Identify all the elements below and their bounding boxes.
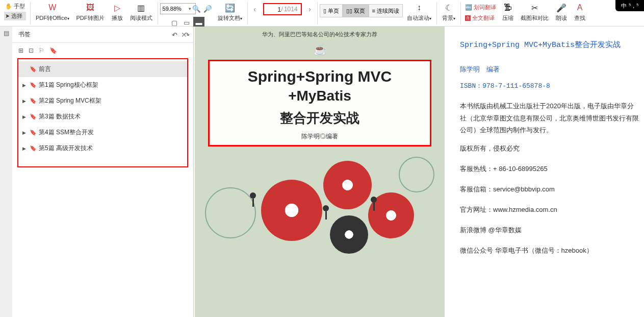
sidebar-title: 书签 [18,30,31,39]
read-mode-button[interactable]: ▥ 阅读模式 [127,1,156,23]
email-text: 客服信箱：service@bbbvip.com [460,182,640,197]
translate-all-icon: 🅰 [465,15,471,21]
page-navigator: ‹ / 1014 › [250,3,315,15]
bookmark-leaf-icon: 🔖 [30,66,37,72]
book-description: 本书纸版由机械工业出版社于2020年出版，电子版由华章分社（北京华章图文信息有限… [460,100,640,136]
rotate-icon: 🔄 [224,2,236,13]
chevron-right-icon[interactable]: ▶ [22,99,28,104]
bookmark-item[interactable]: ▶ 🔖 第4篇 SSM整合开发 [18,125,187,140]
dropdown-icon: ▾ [429,16,431,21]
divider [317,2,318,25]
chevron-right-icon[interactable]: ▶ [22,114,28,119]
divider [460,2,461,25]
wechat-text: 微信公众号 华章电子书（微信号：hzebook） [460,243,640,258]
chevron-right-icon[interactable]: ▶ [22,83,28,88]
copyright-text: 版权所有，侵权必究 [460,141,640,156]
bookmark-leaf-icon: 🔖 [30,97,37,104]
side-icon-bar: ▤ [0,27,12,317]
continuous-button[interactable]: ≡连续阅读 [369,4,403,17]
add-bookmark-icon[interactable]: ⊞ [18,47,23,54]
bookmark-leaf-icon: 🔖 [30,145,37,152]
auto-scroll-button[interactable]: ↕ 自动滚动▾ [404,1,434,23]
moon-icon: ☾ [443,2,454,13]
translate-icon: 🔤 [465,4,472,11]
bookmark-icon[interactable]: 🔖 [49,47,57,54]
cover-banner: 华为、阿里巴巴等知名公司的4位技术专家力荐 [195,27,445,40]
zoom-out-icon: 🔍 [192,5,201,13]
bookmark-item[interactable]: ▶ 🔖 第3篇 数据技术 [18,109,187,125]
ime-badge: 中 ⁵，⁵ [615,0,644,11]
single-page-icon: ▯ [323,8,326,14]
continuous-icon: ≡ [372,8,375,14]
bookmark-leaf-icon: 🔖 [30,82,37,88]
page-separator: / [281,6,283,13]
cover-title-line1: Spring+Spring MVC [214,67,426,86]
sidebar-close-button[interactable]: ✕ [181,31,187,39]
cover-author: 陈学明◎编著 [214,132,426,141]
top-toolbar: ✋手型 ➤选择 W PDF转Office▾ 🖼 PDF转图片 ▷ 播放 ▥ 阅读… [0,0,644,27]
background-button[interactable]: ☾ 背景▾ [439,1,458,23]
hand-icon: ✋ [5,3,12,10]
bookmark-item[interactable]: ▶ 🔖 第1篇 Spring核心框架 [18,77,187,93]
full-translate-button[interactable]: 🅰全文翻译 [463,13,498,23]
read-aloud-button[interactable]: 🎤 朗读 [553,1,570,23]
main-area: ▤ 书签 ✕ ⊞ ⊡ ⚐ 🔖 🔖 前言 ▶ 🔖 [0,27,644,317]
weibo-text: 新浪微博 @华章数媒 [460,223,640,238]
cover-title-box: Spring+Spring MVC +MyBatis 整合开发实战 陈学明◎编著 [208,60,431,147]
bookmark-item[interactable]: ▶ 🔖 第5篇 高级开发技术 [18,140,187,156]
chevron-right-icon[interactable]: ▶ [22,146,28,151]
prev-page-button[interactable]: ‹ [250,4,260,14]
hotline-text: 客服热线：+ 86-10-68995265 [460,161,640,177]
divider [30,2,31,25]
book-info-panel: Spring+Spring MVC+MyBatis整合开发实战 陈学明 编著 I… [445,27,644,317]
cover-title-line2: +MyBatis [214,88,426,104]
next-page-button[interactable]: › [305,4,315,14]
content-area: 华为、阿里巴巴等知名公司的4位技术专家力荐 ☕ Spring+Spring MV… [194,27,644,317]
page-view[interactable]: 华为、阿里巴巴等知名公司的4位技术专家力荐 ☕ Spring+Spring MV… [195,27,445,317]
single-page-button[interactable]: ▯单页 [320,4,343,17]
crop-icon: ✂ [529,2,540,13]
cover-gears [195,157,445,300]
hand-tool[interactable]: ✋手型 [4,2,26,11]
scroll-icon: ↕ [414,2,425,13]
cursor-icon: ➤ [5,13,10,19]
divider [247,2,248,25]
search-icon: A [574,2,585,13]
find-button[interactable]: A 查找 [571,1,588,23]
book-author: 陈学明 编著 [460,62,640,77]
dropdown-icon: ▾ [240,16,242,21]
website-text: 官方网址：www.hzmedia.com.cn [460,202,640,217]
expand-all-icon[interactable]: ⊡ [29,47,34,54]
word-translate-button[interactable]: 🔤划词翻译 [463,2,498,13]
book-isbn: ISBN：978-7-111-65878-8 [460,79,640,94]
zoom-in-button[interactable]: 🔎 [202,3,214,14]
bookmark-leaf-icon: 🔖 [30,129,37,136]
rotate-doc-button[interactable]: 🔄 旋转文档▾ [215,1,245,23]
word-icon: W [47,2,58,13]
pdf-to-office-button[interactable]: W PDF转Office▾ [33,1,72,23]
bookmark-flag-icon[interactable]: ⚐ [39,47,44,54]
cursor-tools: ✋手型 ➤选择 [2,1,28,21]
chevron-right-icon[interactable]: ▶ [22,130,28,135]
book-icon: ▥ [136,2,147,13]
bookmark-leaf-icon: 🔖 [30,113,37,120]
image-icon: 🖼 [85,2,96,13]
select-tool[interactable]: ➤选择 [4,12,26,20]
crop-compare-button[interactable]: ✂ 截图和对比 [518,1,552,23]
page-total: 1014 [284,6,298,13]
compress-icon: 🗜 [502,2,513,13]
outline-tab-icon[interactable]: ▤ [4,30,9,37]
page-input-wrap: / 1014 [263,3,302,15]
play-icon: ▷ [112,2,123,13]
zoom-out-button[interactable]: 🔍 [191,3,202,14]
play-button[interactable]: ▷ 播放 [109,1,126,23]
dropdown-icon: ▾ [67,16,69,21]
double-page-button[interactable]: ▯▯双页 [343,4,369,17]
page-input[interactable] [267,6,281,13]
compress-button[interactable]: 🗜 压缩 [499,1,517,23]
sidebar-header: 书签 ✕ [12,27,193,43]
bookmark-item[interactable]: 🔖 前言 [18,61,187,77]
bookmark-item[interactable]: ▶ 🔖 第2篇 Spring MVC框架 [18,93,187,109]
divider [436,2,437,25]
pdf-to-image-button[interactable]: 🖼 PDF转图片 [73,1,108,23]
